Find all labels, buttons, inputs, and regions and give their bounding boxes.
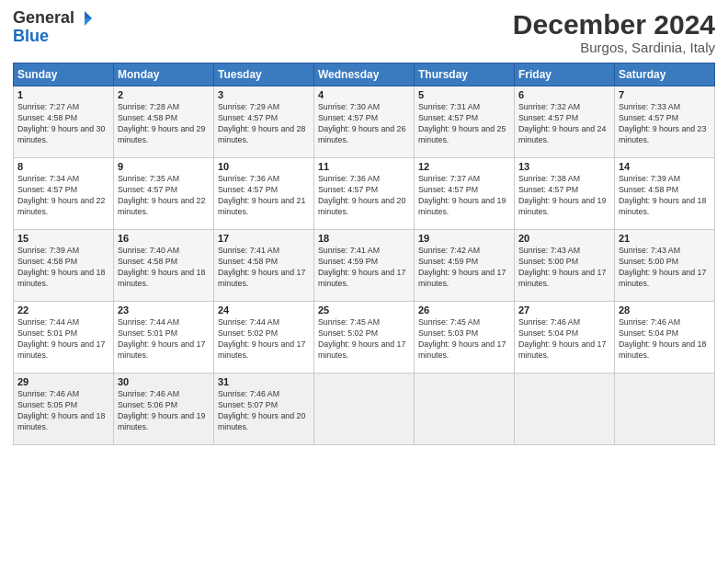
calendar-cell: 4Sunrise: 7:30 AM Sunset: 4:57 PM Daylig…	[314, 86, 415, 158]
cell-info: Sunrise: 7:39 AM Sunset: 4:58 PM Dayligh…	[619, 174, 711, 218]
calendar-cell: 5Sunrise: 7:31 AM Sunset: 4:57 PM Daylig…	[415, 86, 515, 158]
cell-info: Sunrise: 7:46 AM Sunset: 5:05 PM Dayligh…	[17, 389, 109, 433]
month-title: December 2024	[513, 9, 715, 40]
day-number: 16	[118, 233, 210, 244]
calendar-week-row: 29Sunrise: 7:46 AM Sunset: 5:05 PM Dayli…	[14, 373, 715, 445]
calendar-cell: 3Sunrise: 7:29 AM Sunset: 4:57 PM Daylig…	[214, 86, 314, 158]
calendar-cell: 31Sunrise: 7:46 AM Sunset: 5:07 PM Dayli…	[214, 373, 314, 445]
cell-info: Sunrise: 7:41 AM Sunset: 4:58 PM Dayligh…	[218, 246, 310, 290]
svg-marker-0	[85, 11, 92, 18]
calendar-cell: 12Sunrise: 7:37 AM Sunset: 4:57 PM Dayli…	[415, 158, 515, 230]
day-number: 9	[118, 161, 210, 172]
calendar-cell: 9Sunrise: 7:35 AM Sunset: 4:57 PM Daylig…	[114, 158, 214, 230]
calendar-week-row: 15Sunrise: 7:39 AM Sunset: 4:58 PM Dayli…	[14, 230, 715, 302]
day-number: 17	[218, 233, 310, 244]
calendar-cell: 17Sunrise: 7:41 AM Sunset: 4:58 PM Dayli…	[214, 230, 314, 302]
day-number: 27	[518, 304, 610, 316]
calendar-week-row: 22Sunrise: 7:44 AM Sunset: 5:01 PM Dayli…	[14, 302, 715, 373]
day-number: 26	[418, 304, 510, 316]
cell-info: Sunrise: 7:45 AM Sunset: 5:03 PM Dayligh…	[418, 317, 510, 362]
calendar-cell: 19Sunrise: 7:42 AM Sunset: 4:59 PM Dayli…	[415, 230, 515, 302]
logo-flag-icon	[76, 10, 93, 27]
day-number: 3	[218, 89, 310, 100]
day-number: 24	[218, 304, 310, 316]
cell-info: Sunrise: 7:33 AM Sunset: 4:57 PM Dayligh…	[619, 102, 711, 146]
header-cell-tuesday: Tuesday	[214, 63, 314, 86]
calendar-cell: 1Sunrise: 7:27 AM Sunset: 4:58 PM Daylig…	[14, 86, 114, 158]
calendar-cell: 11Sunrise: 7:36 AM Sunset: 4:57 PM Dayli…	[314, 158, 415, 230]
day-number: 20	[518, 233, 610, 244]
calendar-cell: 23Sunrise: 7:44 AM Sunset: 5:01 PM Dayli…	[114, 302, 214, 373]
cell-info: Sunrise: 7:46 AM Sunset: 5:06 PM Dayligh…	[118, 389, 210, 433]
day-number: 11	[318, 161, 410, 172]
cell-info: Sunrise: 7:46 AM Sunset: 5:04 PM Dayligh…	[518, 317, 610, 362]
calendar-cell	[515, 373, 615, 445]
calendar-cell: 22Sunrise: 7:44 AM Sunset: 5:01 PM Dayli…	[14, 302, 114, 373]
logo-blue-text: Blue	[13, 28, 49, 46]
cell-info: Sunrise: 7:32 AM Sunset: 4:57 PM Dayligh…	[518, 102, 610, 146]
cell-info: Sunrise: 7:36 AM Sunset: 4:57 PM Dayligh…	[218, 174, 310, 218]
day-number: 18	[318, 233, 410, 244]
cell-info: Sunrise: 7:44 AM Sunset: 5:01 PM Dayligh…	[118, 317, 210, 362]
day-number: 31	[218, 376, 310, 387]
header-cell-saturday: Saturday	[615, 63, 715, 86]
cell-info: Sunrise: 7:35 AM Sunset: 4:57 PM Dayligh…	[118, 174, 210, 218]
logo-general-text: General	[13, 9, 74, 28]
day-number: 2	[118, 89, 210, 100]
logo: General Blue	[13, 9, 93, 46]
location: Burgos, Sardinia, Italy	[513, 40, 715, 55]
calendar-cell: 14Sunrise: 7:39 AM Sunset: 4:58 PM Dayli…	[615, 158, 715, 230]
cell-info: Sunrise: 7:27 AM Sunset: 4:58 PM Dayligh…	[17, 102, 109, 146]
day-number: 28	[619, 304, 711, 316]
svg-marker-1	[85, 18, 92, 26]
day-number: 30	[118, 376, 210, 387]
day-number: 22	[17, 304, 109, 316]
calendar-cell: 28Sunrise: 7:46 AM Sunset: 5:04 PM Dayli…	[615, 302, 715, 373]
calendar-cell: 21Sunrise: 7:43 AM Sunset: 5:00 PM Dayli…	[615, 230, 715, 302]
day-number: 12	[418, 161, 510, 172]
calendar-table: SundayMondayTuesdayWednesdayThursdayFrid…	[13, 63, 715, 445]
cell-info: Sunrise: 7:44 AM Sunset: 5:02 PM Dayligh…	[218, 317, 310, 362]
header-cell-wednesday: Wednesday	[314, 63, 415, 86]
cell-info: Sunrise: 7:41 AM Sunset: 4:59 PM Dayligh…	[318, 246, 410, 290]
calendar-cell: 30Sunrise: 7:46 AM Sunset: 5:06 PM Dayli…	[114, 373, 214, 445]
day-number: 15	[17, 233, 109, 244]
cell-info: Sunrise: 7:30 AM Sunset: 4:57 PM Dayligh…	[318, 102, 410, 146]
calendar-cell: 15Sunrise: 7:39 AM Sunset: 4:58 PM Dayli…	[14, 230, 114, 302]
calendar-cell: 10Sunrise: 7:36 AM Sunset: 4:57 PM Dayli…	[214, 158, 314, 230]
page-container: General Blue December 2024 Burgos, Sardi…	[0, 0, 728, 454]
header-cell-monday: Monday	[114, 63, 214, 86]
calendar-cell: 24Sunrise: 7:44 AM Sunset: 5:02 PM Dayli…	[214, 302, 314, 373]
cell-info: Sunrise: 7:39 AM Sunset: 4:58 PM Dayligh…	[17, 246, 109, 290]
calendar-cell	[314, 373, 415, 445]
calendar-cell	[615, 373, 715, 445]
day-number: 5	[418, 89, 510, 100]
day-number: 21	[619, 233, 711, 244]
cell-info: Sunrise: 7:45 AM Sunset: 5:02 PM Dayligh…	[318, 317, 410, 362]
day-number: 10	[218, 161, 310, 172]
calendar-cell: 29Sunrise: 7:46 AM Sunset: 5:05 PM Dayli…	[14, 373, 114, 445]
header-cell-thursday: Thursday	[415, 63, 515, 86]
cell-info: Sunrise: 7:28 AM Sunset: 4:58 PM Dayligh…	[118, 102, 210, 146]
cell-info: Sunrise: 7:44 AM Sunset: 5:01 PM Dayligh…	[17, 317, 109, 362]
title-block: December 2024 Burgos, Sardinia, Italy	[513, 9, 715, 55]
day-number: 23	[118, 304, 210, 316]
cell-info: Sunrise: 7:37 AM Sunset: 4:57 PM Dayligh…	[418, 174, 510, 218]
calendar-cell: 25Sunrise: 7:45 AM Sunset: 5:02 PM Dayli…	[314, 302, 415, 373]
calendar-cell: 16Sunrise: 7:40 AM Sunset: 4:58 PM Dayli…	[114, 230, 214, 302]
calendar-cell: 26Sunrise: 7:45 AM Sunset: 5:03 PM Dayli…	[415, 302, 515, 373]
header-cell-sunday: Sunday	[14, 63, 114, 86]
cell-info: Sunrise: 7:43 AM Sunset: 5:00 PM Dayligh…	[619, 246, 711, 290]
cell-info: Sunrise: 7:38 AM Sunset: 4:57 PM Dayligh…	[518, 174, 610, 218]
calendar-header-row: SundayMondayTuesdayWednesdayThursdayFrid…	[14, 63, 715, 86]
calendar-cell: 27Sunrise: 7:46 AM Sunset: 5:04 PM Dayli…	[515, 302, 615, 373]
calendar-cell: 7Sunrise: 7:33 AM Sunset: 4:57 PM Daylig…	[615, 86, 715, 158]
day-number: 1	[17, 89, 109, 100]
cell-info: Sunrise: 7:46 AM Sunset: 5:04 PM Dayligh…	[619, 317, 711, 362]
cell-info: Sunrise: 7:31 AM Sunset: 4:57 PM Dayligh…	[418, 102, 510, 146]
day-number: 4	[318, 89, 410, 100]
day-number: 25	[318, 304, 410, 316]
calendar-week-row: 8Sunrise: 7:34 AM Sunset: 4:57 PM Daylig…	[14, 158, 715, 230]
cell-info: Sunrise: 7:42 AM Sunset: 4:59 PM Dayligh…	[418, 246, 510, 290]
calendar-cell: 20Sunrise: 7:43 AM Sunset: 5:00 PM Dayli…	[515, 230, 615, 302]
